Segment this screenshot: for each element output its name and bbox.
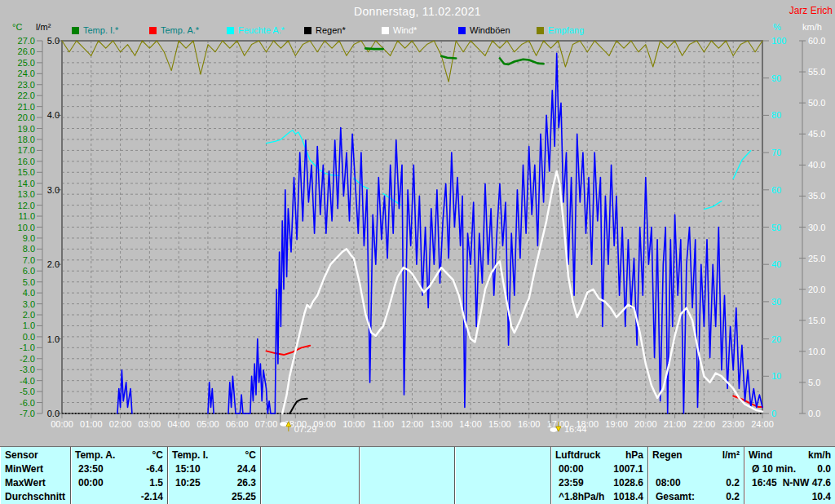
chart-legend: Temp. I.*Temp. A.*Feuchte A.*Regen*Wind*… [0, 0, 835, 38]
stat-group-unit: km/h [808, 447, 835, 462]
stat-cell-value [450, 462, 454, 476]
stats-table: SensorMinWertMaxWertDurchschnittTemp. A.… [0, 446, 835, 504]
wind-axis-tick-label: 40.0 [808, 160, 825, 170]
stats-group-empty [360, 447, 455, 504]
temp-axis-tick-label: 6.0 [23, 266, 35, 276]
stat-cell-value: 0.2 [726, 490, 744, 504]
stat-cell-value [740, 462, 744, 476]
stat-group-name: Regen [648, 447, 683, 462]
stat-row [455, 490, 550, 504]
rain-axis: 5.04.03.02.01.00.0 [47, 36, 62, 418]
temp-axis-tick-label: -5.0 [20, 387, 35, 396]
x-axis-label: 04:00 [167, 419, 190, 429]
stat-group-unit [450, 447, 454, 462]
stat-group-name [360, 447, 364, 462]
temp-axis-tick-label: 0.0 [23, 332, 35, 342]
x-axis-label: 12:00 [401, 419, 424, 429]
stat-group-unit [546, 447, 550, 462]
x-axis-label: 24:00 [751, 419, 774, 429]
stat-cell-time [261, 476, 268, 490]
wind-axis-tick-label: 45.0 [808, 129, 825, 139]
temp-axis-tick-label: 3.0 [23, 299, 35, 309]
stat-cell-time [455, 462, 462, 476]
humidity-axis-tick-label: 80 [771, 110, 781, 120]
humidity-axis-tick-label: 30 [771, 297, 781, 307]
stat-row: 16:45N-NW 47.6 [744, 476, 835, 490]
stat-cell-value: -6.4 [146, 462, 167, 476]
sunset-label: 16:44 [564, 424, 587, 434]
stat-row: 00:001.5 [71, 476, 167, 490]
x-axis-label: 13:00 [431, 419, 453, 429]
stat-row: 23:591028.6 [551, 476, 647, 490]
stat-cell-time: 08:00 [648, 476, 681, 490]
stat-row [360, 490, 454, 504]
stats-row-label: Sensor [0, 447, 70, 462]
x-axis-label: 15:00 [488, 419, 511, 429]
stats-row-label: MinWert [0, 462, 70, 476]
x-axis-label: 23:00 [722, 419, 744, 429]
stat-cell-time [360, 476, 367, 490]
rain-axis-tick-label: 3.0 [47, 185, 60, 195]
stat-group-name: Temp. I. [168, 447, 208, 462]
legend-swatch [149, 27, 157, 34]
temp-axis-tick-label: 19.0 [18, 124, 35, 134]
x-axis-label: 20:00 [634, 419, 657, 429]
stat-cell-value [546, 490, 550, 504]
x-axis-label: 09:00 [313, 419, 336, 429]
stat-cell-value [355, 462, 359, 476]
stat-cell-time [744, 490, 752, 504]
temp-axis-tick-label: 18.0 [18, 135, 35, 144]
weather-graph-window: { "header": { "title": "Donnerstag, 11.0… [0, 0, 835, 504]
stat-cell-value: N-NW 47.6 [783, 476, 835, 490]
stat-group-name [261, 447, 265, 462]
stat-row: Ø 10 min.0.0 [744, 462, 835, 476]
stat-cell-value: 0.2 [726, 476, 744, 490]
stat-cell-value [355, 490, 359, 504]
stats-group-wind: Windkm/hØ 10 min.0.016:45N-NW 47.610.4 [744, 447, 835, 504]
stat-group-name: Luftdruck [551, 447, 600, 462]
stat-cell-time: 15:10 [168, 462, 201, 476]
stats-group-temp-a: Temp. A.°C23:50-6.400:001.5-2.14 [71, 447, 168, 504]
temp-axis-tick-label: 16.0 [18, 157, 35, 166]
legend-label: Regen* [316, 25, 346, 35]
x-axis: 00:0001:0002:0003:0004:0005:0006:0007:00… [51, 413, 774, 429]
humidity-axis-tick-label: 50 [771, 223, 781, 232]
stat-group-name: Wind [744, 447, 772, 462]
temp-axis-tick-label: 9.0 [23, 233, 35, 243]
legend-swatch [304, 27, 311, 34]
temp-axis-tick-label: 26.0 [18, 46, 35, 56]
sunrise-marker: 07:29 [280, 413, 317, 434]
legend-label: Temp. I.* [83, 25, 118, 35]
stats-group-luftdruck: LuftdruckhPa00:001007.123:591028.6^1.8hP… [551, 447, 648, 504]
temp-axis-tick-label: -2.0 [20, 354, 35, 364]
legend-item-temp-i: Temp. I.* [72, 25, 118, 34]
temp-axis-tick-label: 23.0 [18, 80, 35, 90]
temp-axis-tick-label: 13.0 [18, 189, 35, 199]
humidity-axis-tick-label: 0 [771, 409, 776, 418]
x-axis-label: 05:00 [197, 419, 219, 429]
legend-swatch [382, 27, 389, 34]
x-axis-label: 11:00 [372, 419, 394, 429]
temp-axis-tick-label: 24.0 [18, 69, 35, 78]
series-temp-a [267, 346, 763, 407]
stat-cell-time: ^1.8hPa/h [551, 490, 604, 504]
stat-group-unit: °C [152, 447, 167, 462]
stat-cell-time: Ø 10 min. [744, 462, 796, 476]
series-windböen [117, 53, 762, 413]
humidity-axis-tick-label: 20 [771, 334, 781, 344]
wind-axis-tick-label: 15.0 [808, 316, 825, 325]
wind-axis-tick-label: 30.0 [808, 223, 825, 232]
stat-cell-value: 1007.1 [613, 462, 647, 476]
temp-axis-tick-label: 8.0 [23, 244, 35, 254]
humidity-axis-tick-label: 70 [771, 148, 781, 157]
wind-axis-tick-label: 5.0 [808, 378, 820, 387]
legend-swatch [537, 27, 544, 34]
legend-label: Windböen [470, 25, 510, 35]
stat-row: 00:001007.1 [551, 462, 647, 476]
stat-cell-time [261, 462, 268, 476]
stat-cell-time [71, 490, 78, 504]
gridlines [62, 41, 762, 413]
stats-row-label: Durchschnitt [0, 490, 70, 504]
stats-row-labels: SensorMinWertMaxWertDurchschnitt [0, 447, 71, 504]
stat-cell-time [648, 462, 656, 476]
